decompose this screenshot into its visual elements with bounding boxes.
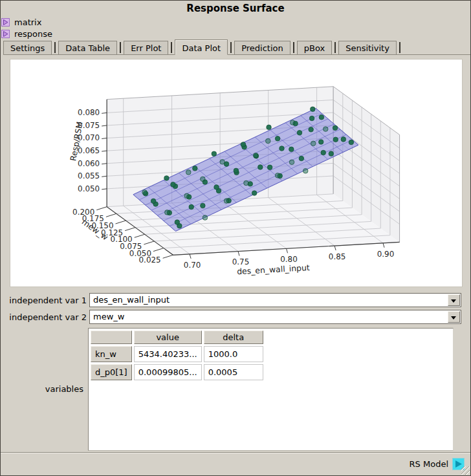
independent-var-1-value: des_en_wall_input (93, 295, 170, 305)
tick-mark (287, 248, 288, 253)
3d-surface-plot[interactable]: 0.0500.0550.0600.0650.0700.0750.0800.200… (10, 60, 462, 287)
tick-label: 0.90 (377, 250, 395, 259)
tab-settings[interactable]: Settings (3, 41, 52, 54)
independent-var-2-value: mew_w (93, 312, 124, 321)
tab-separator (293, 42, 294, 53)
tick-mark (144, 241, 154, 244)
scatter-point (252, 191, 257, 196)
row-header-kn_w: kn_w (91, 346, 132, 362)
scatter-point (275, 173, 280, 178)
response-node-icon (1, 30, 10, 38)
tick-mark (102, 113, 107, 113)
tree-item-response[interactable]: response (1, 28, 52, 39)
page-title: Response Surface (1, 3, 470, 14)
tick-mark (116, 221, 126, 224)
chevron-down-icon (451, 299, 456, 305)
kn_w-value-cell[interactable]: 5434.40233... (134, 346, 202, 362)
tab-separator (334, 42, 336, 53)
dropdown-button[interactable] (448, 294, 460, 306)
independent-var-2-select[interactable]: mew_w (89, 310, 461, 324)
tick-label: 0.80 (280, 255, 298, 264)
scatter-point (214, 185, 219, 190)
scatter-point (189, 204, 194, 210)
scatter-point (253, 153, 258, 158)
scatter-point (266, 138, 271, 144)
tab-separator (54, 42, 56, 53)
column-header-delta: delta (204, 330, 263, 344)
tab-pbox[interactable]: pBox (297, 41, 332, 54)
scatter-point (299, 156, 304, 161)
tick-mark (125, 228, 135, 231)
tab-data-table[interactable]: Data Table (58, 41, 117, 54)
tick-mark (135, 234, 145, 237)
tick-label: 0.70 (184, 261, 201, 270)
independent-var-2-label: independent var 2 (1, 312, 87, 322)
scatter-point (184, 193, 190, 199)
tick-mark (102, 138, 107, 139)
scatter-point (220, 160, 225, 165)
row-header-d_p0: d_p0[1] (91, 364, 132, 380)
scatter-point (175, 220, 180, 225)
tree-item-matrix[interactable]: matrix (1, 17, 41, 28)
scatter-point (201, 203, 206, 208)
tab-separator (171, 42, 172, 53)
scatter-point (165, 210, 170, 215)
tick-mark (190, 254, 191, 259)
kn_w-delta-cell[interactable]: 1000.0 (204, 346, 263, 362)
scatter-point (333, 137, 338, 142)
scatter-point (201, 177, 206, 182)
tick-mark (96, 207, 107, 210)
tick-mark (102, 176, 107, 177)
matrix-node-icon (1, 18, 10, 27)
scatter-point (329, 151, 334, 157)
tab-separator (120, 42, 121, 53)
scatter-point (311, 141, 316, 146)
d_p0-delta-cell[interactable]: 0.0005 (204, 364, 263, 380)
resize-grip[interactable] (461, 466, 470, 475)
scatter-point (244, 180, 249, 186)
scatter-point (290, 120, 295, 125)
independent-var-1-select[interactable]: des_en_wall_input (89, 293, 461, 307)
scatter-point (341, 137, 346, 142)
tab-data-plot[interactable]: Data Plot (175, 39, 228, 55)
scatter-point (319, 115, 324, 120)
tick-mark (106, 213, 116, 217)
tick-mark (163, 255, 173, 258)
scatter-point (193, 166, 198, 171)
scatter-point (311, 107, 316, 112)
tick-mark (383, 243, 384, 248)
column-header-value: value (134, 330, 202, 344)
tick-label: 0.025 (139, 255, 161, 265)
variables-label: variables (1, 384, 83, 394)
table-row: d_p0[1] 0.00099805... 0.0005 (91, 364, 263, 380)
table-row: kn_w 5434.40233... 1000.0 (91, 346, 263, 362)
dropdown-button[interactable] (448, 311, 460, 323)
d_p0-value-cell[interactable]: 0.00099805... (134, 364, 202, 380)
response-surface-window: Response Surface matrix response Setting… (0, 0, 471, 476)
tick-mark (153, 248, 164, 252)
tick-mark (102, 151, 107, 151)
scatter-point (279, 146, 285, 151)
tab-err-plot[interactable]: Err Plot (124, 41, 168, 54)
scatter-point (289, 147, 294, 152)
scatter-point (164, 176, 170, 181)
tick-label: 0.080 (78, 108, 100, 117)
scatter-point (241, 142, 246, 147)
3d-surface-plot-panel[interactable]: 0.0500.0550.0600.0650.0700.0750.0800.200… (10, 59, 463, 287)
tab-separator (230, 42, 232, 53)
scatter-point (275, 136, 280, 142)
scatter-point (321, 150, 326, 155)
scatter-point (309, 127, 314, 132)
tree-item-label: response (14, 29, 52, 39)
tab-sensitivity[interactable]: Sensitivity (338, 41, 397, 54)
tab-bar: Settings Data Table Err Plot Data Plot P… (3, 39, 470, 55)
variables-table: value delta kn_w 5434.40233... 1000.0 d_… (89, 329, 265, 382)
scatter-point (333, 125, 338, 131)
tab-prediction[interactable]: Prediction (234, 41, 290, 54)
scatter-point (171, 182, 176, 188)
tick-mark (238, 252, 239, 256)
tick-label: 0.050 (78, 184, 100, 193)
scatter-point (267, 165, 272, 170)
tree-item-label: matrix (14, 17, 41, 27)
tick-label: 0.055 (78, 171, 100, 180)
